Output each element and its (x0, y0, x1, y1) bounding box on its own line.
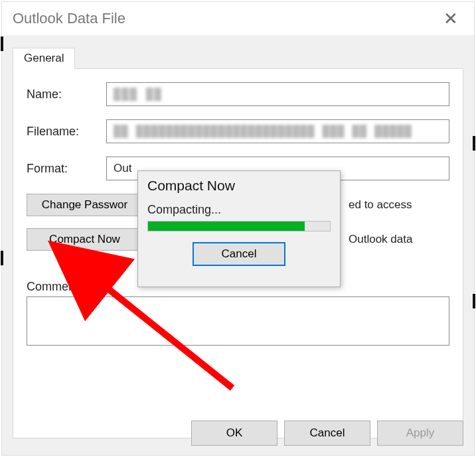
cancel-button[interactable]: Cancel (284, 421, 370, 446)
label-filename: Filename: (27, 125, 106, 139)
row-filename: Filename: ██ ████████████████████████ ██… (27, 119, 449, 143)
modal-body: Compacting... Cancel (138, 196, 340, 274)
redacted-filename: ██ ████████████████████████ ███ ██ █████ (114, 125, 412, 138)
change-password-desc: ed to access (349, 198, 412, 212)
titlebar: Outlook Data File ✕ (2, 2, 474, 35)
format-value-prefix: Out (114, 162, 131, 175)
row-name: Name: ███ ██ (27, 82, 449, 106)
border-tick (1, 251, 3, 265)
filename-field[interactable]: ██ ████████████████████████ ███ ██ █████ (106, 119, 449, 143)
border-tick (473, 294, 475, 308)
label-name: Name: (27, 88, 106, 101)
modal-status-text: Compacting... (147, 203, 331, 217)
properties-dialog: Outlook Data File ✕ General Name: ███ ██… (1, 1, 475, 456)
ok-button[interactable]: OK (191, 421, 278, 446)
tab-general[interactable]: General (13, 48, 75, 69)
label-format: Format: (27, 162, 106, 176)
comment-textarea[interactable] (27, 296, 449, 346)
border-tick (473, 136, 475, 151)
dialog-button-row: OK Cancel Apply (191, 421, 463, 446)
comment-section: Comment (27, 280, 449, 348)
change-password-button[interactable]: Change Passwor (27, 194, 143, 216)
close-icon[interactable]: ✕ (438, 6, 463, 32)
compact-now-dialog: Compact Now Compacting... Cancel (137, 170, 341, 287)
border-tick (1, 36, 3, 51)
modal-title: Compact Now (138, 171, 340, 196)
compact-now-desc: Outlook data (349, 233, 412, 246)
progress-bar (147, 221, 331, 231)
window-title: Outlook Data File (13, 10, 125, 27)
compact-now-button[interactable]: Compact Now (27, 228, 143, 251)
name-field[interactable]: ███ ██ (106, 82, 449, 106)
modal-cancel-button[interactable]: Cancel (193, 242, 285, 266)
redacted-name: ███ ██ (114, 88, 162, 101)
modal-button-row: Cancel (147, 242, 331, 266)
progress-fill (148, 222, 305, 231)
apply-button[interactable]: Apply (377, 421, 463, 446)
